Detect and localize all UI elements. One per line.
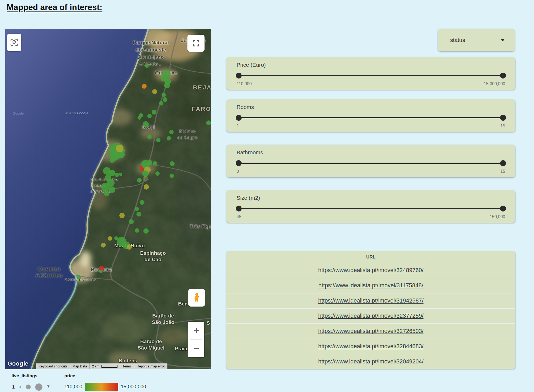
price-slider-handle-min[interactable]	[236, 73, 242, 79]
listing-dot[interactable]	[162, 93, 166, 97]
listing-dot[interactable]	[138, 116, 141, 120]
slider-label: Size (m2)	[237, 195, 505, 201]
listing-dot[interactable]	[169, 130, 174, 134]
slider-min-value: 0	[237, 169, 239, 174]
listing-dot[interactable]	[119, 173, 122, 176]
listing-dot[interactable]	[147, 160, 152, 165]
listing-url-link[interactable]: https://www.idealista.pt/imovel/31175848…	[319, 282, 423, 289]
legend-size-circle	[26, 385, 31, 389]
listing-dot[interactable]	[206, 120, 211, 125]
table-row: https://www.idealista.pt/imovel/32489760…	[226, 263, 515, 278]
table-row: https://www.idealista.pt/imovel/32726503…	[226, 323, 515, 339]
zoom-control: + −	[188, 322, 204, 357]
bathrooms-slider-handle-min[interactable]	[236, 160, 242, 166]
listing-dot[interactable]	[118, 152, 125, 158]
listing-dot[interactable]	[135, 228, 139, 233]
legend-color-row: 110,000 15,000,000	[64, 382, 146, 391]
listing-dot[interactable]	[108, 236, 112, 241]
size-slider-handle-max[interactable]	[500, 206, 506, 211]
slider-max-value: 15	[500, 124, 505, 128]
table-row: https://www.idealista.pt/imovel/31175848…	[226, 278, 515, 293]
listing-dot[interactable]	[167, 136, 171, 140]
fullscreen-button[interactable]	[187, 35, 205, 52]
pegman-button[interactable]	[188, 289, 205, 307]
listing-url-link[interactable]: https://www.idealista.pt/imovel/32844683…	[318, 343, 423, 350]
listing-dot[interactable]	[153, 161, 157, 166]
slider-max-value: 15,000,000	[484, 81, 505, 86]
listing-dot[interactable]	[170, 174, 174, 178]
legend-size-circle	[19, 386, 21, 388]
zoom-out-button[interactable]: −	[188, 340, 204, 357]
rooms-filter-card: Rooms 115	[226, 99, 515, 132]
listing-dot[interactable]	[163, 97, 167, 102]
price-filter-card: Price (Euro) 110,00015,000,000	[226, 57, 515, 90]
listing-dot[interactable]	[140, 200, 144, 205]
rooms-slider-handle-max[interactable]	[500, 115, 506, 121]
listing-dot[interactable]	[144, 184, 149, 190]
rooms-slider-track[interactable]	[237, 117, 505, 118]
listing-dot[interactable]	[156, 138, 160, 142]
minus-icon: −	[193, 344, 199, 353]
listing-dot[interactable]	[99, 270, 102, 273]
price-slider-track[interactable]	[237, 75, 505, 76]
listing-dot[interactable]	[77, 275, 81, 279]
listing-dot[interactable]	[143, 176, 148, 181]
listing-url-link[interactable]: https://www.idealista.pt/imovel/32489760…	[318, 267, 423, 274]
listing-dot[interactable]	[137, 178, 142, 183]
map-canvas[interactable]: Parque Naturaldo SudoesteAlentejanoe Cos…	[5, 29, 211, 369]
listing-url-link[interactable]: https://www.idealista.pt/imovel/32377259…	[318, 313, 423, 319]
status-dropdown[interactable]: status	[438, 29, 515, 51]
listing-dot[interactable]	[129, 219, 134, 224]
listing-dot[interactable]	[136, 212, 141, 217]
listing-dot[interactable]	[143, 121, 149, 127]
listing-dot[interactable]	[104, 191, 109, 196]
scale-bar	[101, 365, 117, 368]
keyboard-shortcuts-link[interactable]: Keyboard shortcuts	[36, 363, 70, 369]
listing-dot[interactable]	[143, 228, 149, 234]
listing-dot[interactable]	[127, 244, 132, 250]
slider-label: Bathrooms	[237, 149, 505, 156]
google-logo[interactable]: Google	[7, 360, 29, 367]
listing-url-link[interactable]: https://www.idealista.pt/imovel/31942587…	[318, 297, 423, 304]
slider-min-value: 110,000	[237, 81, 252, 86]
listing-dot[interactable]	[116, 145, 123, 152]
price-slider-handle-max[interactable]	[500, 73, 506, 79]
size-slider-track[interactable]	[237, 208, 505, 209]
url-table-rows: https://www.idealista.pt/imovel/32489760…	[226, 263, 515, 369]
listing-dot[interactable]	[147, 114, 152, 118]
slider-min-value: 45	[237, 214, 241, 219]
page: Mapped area of interest:	[0, 0, 534, 392]
listing-url-link[interactable]: https://www.idealista.pt/imovel/32726503…	[318, 328, 423, 335]
listing-dot[interactable]	[115, 173, 119, 177]
terms-link[interactable]: Terms	[120, 363, 134, 369]
listing-dot[interactable]	[101, 183, 110, 191]
listing-dot[interactable]	[142, 84, 147, 89]
plus-icon: +	[193, 326, 199, 335]
listing-dot[interactable]	[155, 171, 160, 176]
bathrooms-slider-handle-max[interactable]	[500, 160, 506, 166]
listing-dot[interactable]	[152, 110, 156, 115]
listing-dot[interactable]	[119, 213, 125, 218]
map-data-link[interactable]: Map Data	[70, 363, 89, 369]
bathrooms-slider-track[interactable]	[237, 163, 505, 164]
listing-dot[interactable]	[170, 161, 175, 166]
scale-label: 2 km	[92, 364, 99, 368]
report-map-error-link[interactable]: Report a map error	[134, 363, 167, 369]
listing-dot[interactable]	[101, 243, 106, 248]
listing-url-link[interactable]: https://www.idealista.pt/imovel/32049204…	[318, 358, 423, 365]
slider-max-value: 15	[500, 169, 505, 174]
listing-dot[interactable]	[135, 207, 139, 211]
listing-dot[interactable]	[152, 89, 157, 94]
size-slider-handle-min[interactable]	[236, 206, 242, 211]
listing-dot[interactable]	[147, 135, 152, 139]
listing-dot[interactable]	[109, 186, 115, 193]
select-area-button[interactable]	[7, 34, 21, 51]
listing-dot[interactable]	[109, 158, 115, 163]
listing-dot[interactable]	[164, 83, 170, 88]
rooms-slider-handle-min[interactable]	[236, 115, 242, 121]
zoom-in-button[interactable]: +	[188, 322, 204, 339]
listing-dot[interactable]	[145, 64, 149, 68]
legend-size-row: 1 7	[12, 382, 50, 391]
legend-size-circle	[35, 383, 42, 391]
listing-dot[interactable]	[159, 101, 163, 105]
